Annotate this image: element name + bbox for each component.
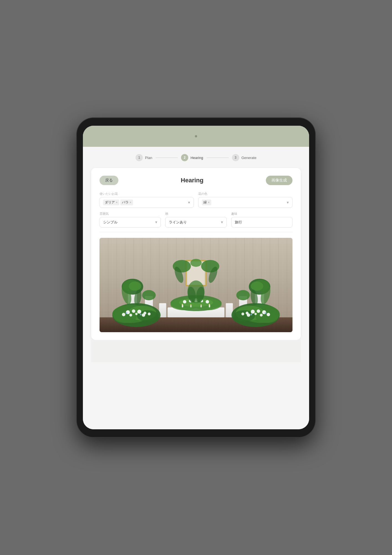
wedding-scene [100,238,292,332]
svg-rect-84 [209,305,210,307]
flowers-chevron: ▼ [187,201,191,205]
flower-tag-2-remove[interactable]: × [130,201,131,204]
generate-button[interactable]: 画像生成 [266,176,292,185]
step-line-2 [207,158,229,158]
svg-point-87 [200,304,202,306]
svg-point-55 [135,313,138,315]
svg-point-56 [142,313,145,317]
flower-color-input[interactable]: 緑 × ▼ [198,197,292,208]
step-1-label: Plan [145,156,152,160]
step-2-number: 2 [181,154,188,161]
page-header: 戻る Hearing 画像生成 [100,176,292,185]
form-row-2: 雰囲気 シンプル ▼ 柄 ラインあり ▼ 趣味 [100,212,292,228]
screen-header [83,126,309,147]
page-title: Hearing [181,177,203,184]
svg-point-62 [267,313,270,316]
flower-color-label: 花の色 [198,192,292,196]
main-card: 戻る Hearing 画像生成 使いたいお花 ダリア × [91,168,301,340]
svg-rect-81 [182,305,183,307]
svg-point-57 [148,312,151,315]
svg-point-50 [132,309,135,313]
svg-point-51 [137,310,141,314]
flower-tag-2[interactable]: バラ × [120,200,133,205]
hobby-input[interactable]: 旅行 [231,217,292,228]
atmosphere-input[interactable]: シンプル ▼ [100,217,161,228]
flower-tag-1[interactable]: ダリア × [103,200,119,205]
svg-point-59 [257,309,260,313]
svg-point-38 [236,290,250,300]
step-line-1 [156,158,178,158]
svg-point-64 [254,313,257,315]
divider [100,232,292,232]
step-2-label: Hearing [190,156,203,160]
hobby-field: 趣味 旅行 [231,212,292,228]
flowers-label: 使いたいお花 [100,192,194,196]
svg-rect-83 [200,305,202,307]
color-tag-1[interactable]: 緑 × [202,200,211,205]
flower-tag-1-remove[interactable]: × [116,201,118,204]
back-button[interactable]: 戻る [100,176,118,185]
step-3-label: Generate [241,156,256,160]
svg-point-53 [122,313,125,316]
tablet-frame: 1 Plan 2 Hearing 3 Generate [77,118,315,437]
svg-point-73 [183,300,186,303]
flower-color-field: 花の色 緑 × ▼ [198,192,292,208]
atmosphere-field: 雰囲気 シンプル ▼ [100,212,161,228]
svg-point-25 [251,282,263,291]
svg-point-69 [265,312,266,314]
svg-point-68 [140,314,141,315]
wedding-svg [100,238,292,332]
flowers-input[interactable]: ダリア × バラ × ▼ [100,197,194,208]
svg-point-63 [260,314,263,316]
svg-point-30 [190,259,202,267]
svg-point-60 [251,310,255,314]
svg-point-54 [129,314,132,316]
step-3-number: 3 [232,154,239,161]
svg-point-88 [209,304,210,305]
step-3[interactable]: 3 Generate [232,154,256,161]
svg-point-70 [251,314,252,315]
svg-rect-82 [190,305,192,307]
flowers-field: 使いたいお花 ダリア × バラ × ▼ [100,192,194,208]
svg-point-86 [190,304,192,306]
step-1[interactable]: 1 Plan [136,154,152,161]
color-tag-1-remove[interactable]: × [208,201,210,204]
svg-point-85 [182,304,183,305]
step-2[interactable]: 2 Hearing [181,154,203,161]
svg-point-66 [241,312,244,315]
svg-point-65 [247,313,250,317]
wedding-image [100,238,292,332]
svg-point-20 [129,282,141,291]
screen-content: 1 Plan 2 Hearing 3 Generate [83,147,309,429]
bottom-area [91,340,301,362]
step-1-number: 1 [136,154,143,161]
stripe-field: 柄 ラインあり ▼ [165,212,226,228]
svg-point-37 [142,290,156,300]
atmosphere-chevron: ▼ [154,220,158,224]
stripe-input[interactable]: ラインあり ▼ [165,217,226,228]
svg-point-67 [126,312,127,314]
form-row-1: 使いたいお花 ダリア × バラ × ▼ [100,192,292,208]
stripe-label: 柄 [165,212,226,216]
camera-dot [195,135,197,137]
hobby-label: 趣味 [231,212,292,216]
atmosphere-label: 雰囲気 [100,212,161,216]
color-chevron: ▼ [286,201,289,205]
svg-point-77 [206,300,209,303]
stripe-chevron: ▼ [220,220,224,224]
stepper: 1 Plan 2 Hearing 3 Generate [91,152,301,161]
tablet-screen: 1 Plan 2 Hearing 3 Generate [83,126,309,429]
